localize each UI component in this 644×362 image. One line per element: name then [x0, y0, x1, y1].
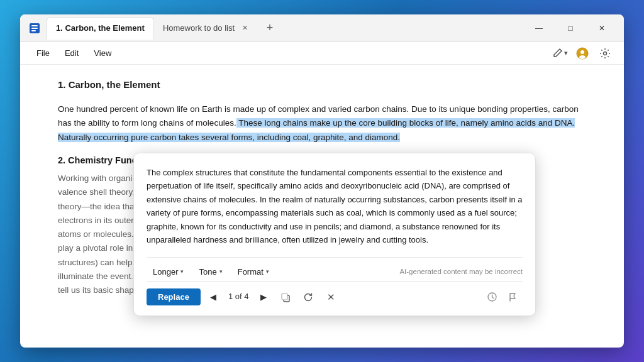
flag-icon[interactable] [504, 288, 523, 307]
new-tab-button[interactable]: + [261, 19, 279, 37]
menubar-actions: ▾ [551, 45, 614, 62]
longer-dropdown[interactable]: Longer ▾ [147, 264, 190, 280]
page-count: 1 of 4 [226, 290, 252, 304]
right-action-icons [482, 288, 523, 307]
rewrite-actions: Replace ◀ 1 of 4 ▶ ✕ [147, 281, 523, 307]
app-icon [28, 21, 42, 35]
menu-view[interactable]: View [87, 46, 118, 60]
tone-chevron-icon: ▾ [219, 268, 223, 275]
longer-label: Longer [153, 267, 178, 277]
ai-notice: AI-generated content may be incorrect [399, 266, 523, 277]
menu-file[interactable]: File [30, 46, 56, 60]
menubar: File Edit View ▾ [20, 42, 624, 65]
svg-rect-1 [31, 25, 38, 26]
pen-icon[interactable]: ▾ [551, 45, 569, 62]
longer-chevron-icon: ▾ [180, 268, 184, 275]
svg-rect-2 [31, 28, 38, 29]
history-icon[interactable] [482, 288, 501, 307]
next-button[interactable]: ▶ [255, 288, 272, 306]
tab-homework[interactable]: Homework to do list ✕ [154, 17, 258, 40]
svg-point-6 [579, 55, 586, 59]
svg-rect-3 [31, 30, 36, 31]
document-content: 1. Carbon, the Element One hundred perce… [20, 65, 624, 348]
paragraph-1: One hundred percent of known life on Ear… [58, 102, 586, 145]
close-button[interactable]: ✕ [587, 18, 616, 38]
maximize-button[interactable]: □ [556, 18, 585, 38]
tone-label: Tone [199, 267, 216, 277]
rewrite-popup: The complex structures that constitute t… [133, 153, 536, 316]
minimize-button[interactable]: — [525, 18, 553, 38]
tab-homework-close[interactable]: ✕ [240, 23, 250, 33]
tone-dropdown[interactable]: Tone ▾ [192, 264, 228, 280]
app-window: 1. Carbon, the Element Homework to do li… [20, 14, 624, 348]
profile-icon[interactable] [574, 45, 591, 62]
format-chevron-icon: ▾ [266, 268, 269, 275]
section2-label: 2. Chemistry Funda [58, 155, 143, 165]
svg-point-5 [580, 50, 584, 54]
prev-button[interactable]: ◀ [204, 288, 222, 306]
replace-button[interactable]: Replace [147, 288, 201, 305]
refresh-button[interactable] [299, 288, 318, 307]
svg-point-7 [604, 52, 607, 55]
format-label: Format [238, 267, 264, 277]
copy-button[interactable] [276, 288, 295, 307]
window-controls: — □ ✕ [525, 18, 616, 38]
document-title: 1. Carbon, the Element [58, 77, 586, 92]
settings-icon[interactable] [596, 45, 614, 62]
svg-rect-9 [282, 293, 287, 300]
rewrite-text: The complex structures that constitute t… [147, 166, 523, 247]
menu-edit[interactable]: Edit [58, 46, 85, 60]
rewrite-toolbar: Longer ▾ Tone ▾ Format ▾ AI-generated co… [147, 257, 523, 280]
tab-homework-label: Homework to do list [163, 23, 235, 33]
format-dropdown[interactable]: Format ▾ [231, 264, 275, 280]
tab-carbon-label: 1. Carbon, the Element [56, 23, 145, 33]
titlebar: 1. Carbon, the Element Homework to do li… [20, 14, 624, 42]
dismiss-button[interactable]: ✕ [321, 288, 340, 307]
tab-carbon[interactable]: 1. Carbon, the Element [47, 17, 154, 40]
